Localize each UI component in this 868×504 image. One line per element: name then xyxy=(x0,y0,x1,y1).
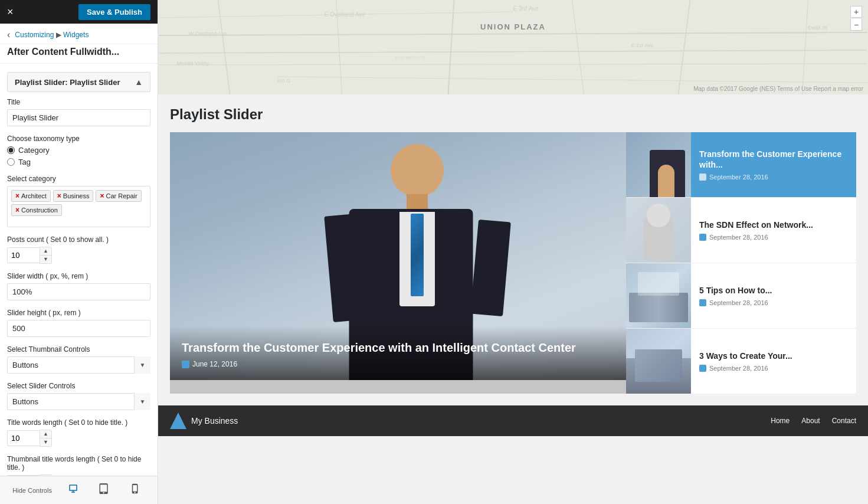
map-zoom-out[interactable]: − xyxy=(850,19,862,31)
slide-info-2: The SDN Effect on Network... September 2… xyxy=(691,198,856,263)
svg-line-10 xyxy=(277,77,867,83)
panel-title: After Content Fullwidth... xyxy=(0,44,158,64)
title-input[interactable] xyxy=(7,109,150,126)
tags-container[interactable]: × Architect × Business × Car Repair × Co… xyxy=(7,186,150,227)
widgets-link[interactable]: Widgets xyxy=(63,31,89,39)
slide-item-1[interactable]: Transform the Customer Experience with..… xyxy=(626,132,856,198)
posts-count-stepper-buttons: ▲ ▼ xyxy=(40,247,52,264)
svg-line-7 xyxy=(679,0,690,94)
svg-text:W Overland Ave: W Overland Ave xyxy=(189,31,227,37)
posts-count-decrement[interactable]: ▼ xyxy=(40,256,51,263)
tag-construction[interactable]: × Construction xyxy=(11,204,62,216)
thumb-title-words-group: Thumbnail title words length ( Set 0 to … xyxy=(7,455,150,476)
category-group: Select category × Architect × Business ×… xyxy=(7,175,150,227)
svg-text:Delta St: Delta St xyxy=(808,25,828,31)
mobile-preview-button[interactable] xyxy=(125,481,145,499)
date-icon-2 xyxy=(699,234,706,241)
radio-tag[interactable]: Tag xyxy=(7,158,150,166)
radio-tag-input[interactable] xyxy=(7,158,15,166)
tag-remove-architect[interactable]: × xyxy=(15,192,19,200)
thumbnail-controls-select-wrap: Buttons Dots None ▼ xyxy=(7,356,150,374)
svg-text:E 1st Ave: E 1st Ave xyxy=(631,42,654,48)
footer-nav-home[interactable]: Home xyxy=(771,417,790,425)
posts-count-group: Posts count ( Set 0 to show all. ) ▲ ▼ xyxy=(7,235,150,264)
title-words-label: Title words length ( Set 0 to hide title… xyxy=(7,418,150,427)
title-words-stepper-buttons: ▲ ▼ xyxy=(40,430,52,447)
collapse-button[interactable]: ▲ xyxy=(135,77,143,87)
customizer-panel: × Save & Publish ‹ Customizing ▶ Widgets… xyxy=(0,0,158,504)
footer-nav-contact[interactable]: Contact xyxy=(832,417,856,425)
radio-category[interactable]: Category xyxy=(7,146,150,155)
svg-line-3 xyxy=(218,0,230,94)
tag-remove-car-repair[interactable]: × xyxy=(100,192,104,200)
slide-sidebar: Transform the Customer Experience with..… xyxy=(626,132,856,394)
svg-text:Mesilla Valley: Mesilla Valley xyxy=(177,60,209,66)
thumbnail-controls-select[interactable]: Buttons Dots None xyxy=(7,356,150,374)
panel-nav: ‹ Customizing ▶ Widgets xyxy=(0,24,158,44)
back-button[interactable]: ‹ xyxy=(7,30,10,40)
date-text-4: September 28, 2016 xyxy=(709,365,768,372)
slider-controls-label: Select Slider Controls xyxy=(7,382,150,390)
svg-line-2 xyxy=(159,64,867,65)
slide-item-date-4: September 28, 2016 xyxy=(699,365,848,372)
date-icon-1 xyxy=(699,174,706,181)
slider-height-input[interactable] xyxy=(7,320,150,337)
tag-remove-business[interactable]: × xyxy=(57,192,61,200)
tag-business[interactable]: × Business xyxy=(53,190,94,202)
date-text-2: September 28, 2016 xyxy=(709,234,768,241)
slide-item-title-3: 5 Tips on How to... xyxy=(699,285,848,296)
map-zoom-in[interactable]: + xyxy=(850,6,862,18)
tag-label-business: Business xyxy=(63,192,90,199)
close-button[interactable]: × xyxy=(7,6,14,17)
slider-width-input[interactable] xyxy=(7,283,150,300)
category-label: Select category xyxy=(7,175,150,183)
tag-label-construction: Construction xyxy=(21,207,58,214)
slide-item-date-1: September 28, 2016 xyxy=(699,174,848,181)
site-footer: My Business Home About Contact xyxy=(158,405,868,436)
tag-car-repair[interactable]: × Car Repair xyxy=(96,190,141,202)
tablet-preview-button[interactable] xyxy=(94,481,114,499)
radio-category-input[interactable] xyxy=(7,146,15,154)
slide-thumb-3 xyxy=(626,263,691,328)
slide-overlay: Transform the Customer Experience with a… xyxy=(170,326,626,380)
tag-architect[interactable]: × Architect xyxy=(11,190,51,202)
tag-label-architect: Architect xyxy=(21,192,47,199)
title-words-input[interactable] xyxy=(7,430,40,446)
main-slide[interactable]: Transform the Customer Experience with a… xyxy=(170,132,626,394)
title-words-group: Title words length ( Set 0 to hide title… xyxy=(7,418,150,447)
slide-item-3[interactable]: 5 Tips on How to... September 28, 2016 xyxy=(626,263,856,329)
svg-text:Rio G: Rio G xyxy=(277,78,291,84)
top-bar: × Save & Publish xyxy=(0,0,158,24)
slide-date-icon xyxy=(182,361,189,368)
posts-count-stepper: ▲ ▼ xyxy=(7,247,54,264)
slider-container: Transform the Customer Experience with a… xyxy=(170,132,856,394)
slide-info-4: 3 Ways to Create Your... September 28, 2… xyxy=(691,329,856,394)
customizing-link[interactable]: Customizing xyxy=(15,31,54,39)
slide-item-title-4: 3 Ways to Create Your... xyxy=(699,351,848,361)
title-words-decrement[interactable]: ▼ xyxy=(40,438,51,446)
posts-count-increment[interactable]: ▲ xyxy=(40,247,51,256)
desktop-preview-button[interactable] xyxy=(63,481,83,499)
slide-item-2[interactable]: The SDN Effect on Network... September 2… xyxy=(626,198,856,263)
slide-item-date-3: September 28, 2016 xyxy=(699,299,848,306)
title-label: Title xyxy=(7,98,150,106)
tag-remove-construction[interactable]: × xyxy=(15,206,19,214)
footer-nav: Home About Contact xyxy=(771,417,856,425)
slide-item-4[interactable]: 3 Ways to Create Your... September 28, 2… xyxy=(626,329,856,394)
slide-thumb-4 xyxy=(626,329,691,394)
svg-text:Blvd del Rio G: Blvd del Rio G xyxy=(395,55,425,60)
panel-scroll-area[interactable]: Playlist Slider: Playlist Slider ▲ Title… xyxy=(0,64,158,476)
breadcrumb: Customizing ▶ Widgets xyxy=(15,31,89,39)
slider-controls-select[interactable]: Buttons Dots None xyxy=(7,393,150,410)
panel-footer: Hide Controls xyxy=(0,476,158,504)
save-publish-button[interactable]: Save & Publish xyxy=(78,4,150,20)
map-credit: Map data ©2017 Google (NES) Terms of Use… xyxy=(693,86,863,92)
footer-nav-about[interactable]: About xyxy=(801,417,820,425)
title-words-increment[interactable]: ▲ xyxy=(40,430,51,438)
footer-logo: My Business xyxy=(170,413,238,429)
title-words-stepper: ▲ ▼ xyxy=(7,430,54,447)
title-group: Title xyxy=(7,98,150,126)
posts-count-label: Posts count ( Set 0 to show all. ) xyxy=(7,235,150,244)
svg-line-5 xyxy=(448,0,454,94)
posts-count-input[interactable] xyxy=(7,247,40,263)
